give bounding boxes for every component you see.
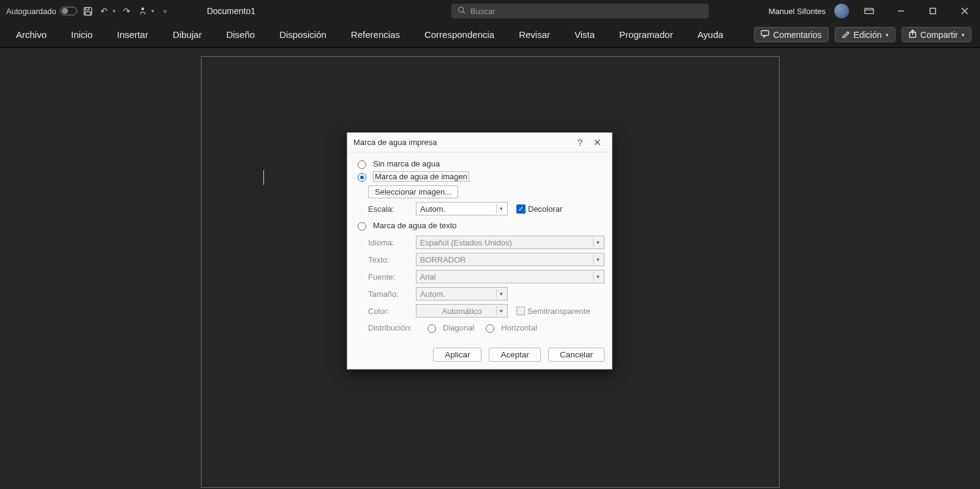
- washout-checkbox[interactable]: ✓: [516, 204, 526, 214]
- text-label: Texto:: [368, 255, 416, 264]
- ribbon-tabs: Archivo Inicio Insertar Dibujar Diseño D…: [0, 22, 980, 48]
- maximize-icon[interactable]: [921, 2, 944, 20]
- select-image-button[interactable]: Seleccionar imagen...: [368, 185, 458, 198]
- chevron-down-icon: ▾: [962, 32, 965, 38]
- editing-button[interactable]: Edición ▾: [835, 27, 895, 42]
- chevron-down-icon[interactable]: ▾: [496, 289, 506, 299]
- tab-insertar[interactable]: Insertar: [110, 26, 156, 43]
- radio-image-watermark[interactable]: Marca de agua de imagen: [355, 170, 605, 183]
- radio-diagonal-input[interactable]: [428, 324, 436, 333]
- font-label: Fuente:: [368, 272, 416, 282]
- scale-combo[interactable]: Autom. ▾: [416, 202, 508, 215]
- tab-archivo[interactable]: Archivo: [9, 26, 54, 43]
- language-value: Español (Estados Unidos): [420, 238, 512, 247]
- user-name[interactable]: Manuel Sifontes: [769, 7, 826, 16]
- font-combo[interactable]: Arial ▾: [416, 270, 605, 283]
- radio-diagonal[interactable]: Diagonal: [424, 321, 474, 334]
- touch-caret-icon[interactable]: ▾: [151, 8, 154, 14]
- svg-rect-6: [865, 9, 873, 14]
- chevron-down-icon[interactable]: ▾: [593, 237, 603, 247]
- radio-horizontal[interactable]: Horizontal: [483, 321, 537, 334]
- tab-inicio[interactable]: Inicio: [64, 26, 100, 43]
- apply-button[interactable]: Aplicar: [433, 348, 481, 362]
- tab-correspondencia[interactable]: Correspondencia: [417, 26, 502, 43]
- tab-diseno[interactable]: Diseño: [219, 26, 262, 43]
- tab-referencias[interactable]: Referencias: [344, 26, 407, 43]
- font-value: Arial: [420, 272, 436, 282]
- toggle-track[interactable]: [60, 7, 77, 15]
- tab-dibujar[interactable]: Dibujar: [165, 26, 209, 43]
- size-label: Tamaño:: [368, 289, 416, 299]
- search-box[interactable]: Buscar: [451, 4, 709, 18]
- touch-icon[interactable]: [138, 6, 148, 16]
- document-title: Documento1: [207, 6, 255, 16]
- dialog-title: Marca de agua impresa: [353, 138, 437, 147]
- save-icon[interactable]: [83, 6, 93, 16]
- radio-image-watermark-label: Marca de agua de imagen: [373, 171, 469, 182]
- chevron-down-icon[interactable]: ▾: [593, 255, 603, 264]
- radio-text-watermark-input[interactable]: [358, 222, 366, 231]
- size-combo[interactable]: Autom. ▾: [416, 287, 508, 300]
- tab-disposicion[interactable]: Disposición: [272, 26, 334, 43]
- radio-no-watermark-label: Sin marca de agua: [373, 159, 440, 168]
- tab-ayuda[interactable]: Ayuda: [690, 26, 731, 43]
- comment-icon: [761, 29, 769, 40]
- autosave-toggle[interactable]: Autoguardado: [6, 7, 77, 16]
- language-combo[interactable]: Español (Estados Unidos) ▾: [416, 236, 605, 249]
- minimize-icon[interactable]: [889, 2, 913, 20]
- chevron-down-icon[interactable]: ▾: [496, 306, 506, 316]
- radio-image-watermark-input[interactable]: [358, 173, 366, 182]
- share-icon: [908, 29, 917, 40]
- tab-programador[interactable]: Programador: [612, 26, 680, 43]
- svg-point-4: [459, 7, 464, 12]
- scale-value: Autom.: [420, 204, 445, 214]
- qat-more-icon[interactable]: ▿: [160, 6, 170, 16]
- close-icon[interactable]: ✕: [589, 137, 606, 148]
- scale-label: Escala:: [368, 204, 416, 214]
- undo-icon[interactable]: ↶: [99, 6, 109, 16]
- search-icon: [458, 6, 466, 16]
- editing-label: Edición: [854, 30, 882, 40]
- cancel-button[interactable]: Cancelar: [548, 348, 605, 362]
- radio-no-watermark-input[interactable]: [358, 160, 366, 169]
- chevron-down-icon[interactable]: ▾: [496, 204, 506, 214]
- ok-button[interactable]: Aceptar: [489, 348, 541, 362]
- comments-label: Comentarios: [773, 30, 821, 40]
- text-combo[interactable]: BORRADOR ▾: [416, 253, 605, 266]
- chevron-down-icon[interactable]: ▾: [593, 272, 603, 282]
- svg-rect-2: [85, 12, 90, 15]
- radio-text-watermark[interactable]: Marca de agua de texto: [355, 219, 605, 232]
- color-value: Automático: [442, 307, 481, 316]
- share-button[interactable]: Compartir ▾: [902, 27, 971, 42]
- color-combo[interactable]: Automático ▾: [416, 304, 508, 318]
- semitransparent-label: Semitransparente: [527, 307, 590, 316]
- tab-vista[interactable]: Vista: [567, 26, 602, 43]
- svg-point-3: [141, 7, 144, 10]
- radio-text-watermark-label: Marca de agua de texto: [373, 221, 457, 230]
- radio-horizontal-label: Horizontal: [501, 323, 537, 332]
- layout-label: Distribución:: [368, 323, 416, 332]
- text-cursor: [263, 170, 264, 185]
- ribbon-display-icon[interactable]: [858, 2, 881, 20]
- title-bar: Autoguardado ↶▾ ↷ ▾ ▿ Documento1 Buscar …: [0, 0, 980, 22]
- autosave-label: Autoguardado: [6, 7, 56, 16]
- radio-horizontal-input[interactable]: [486, 324, 494, 333]
- close-icon[interactable]: [953, 2, 976, 20]
- size-value: Autom.: [420, 289, 445, 299]
- dialog-footer: Aplicar Aceptar Cancelar: [347, 342, 612, 369]
- radio-no-watermark[interactable]: Sin marca de agua: [355, 157, 605, 170]
- avatar[interactable]: [834, 4, 849, 18]
- redo-icon[interactable]: ↷: [122, 6, 132, 16]
- undo-caret-icon[interactable]: ▾: [113, 8, 116, 14]
- language-label: Idioma:: [368, 238, 416, 247]
- svg-line-5: [463, 12, 465, 13]
- help-icon[interactable]: ?: [571, 137, 589, 147]
- tab-revisar[interactable]: Revisar: [511, 26, 557, 43]
- comments-button[interactable]: Comentarios: [754, 27, 828, 42]
- semitransparent-checkbox[interactable]: [516, 307, 525, 315]
- search-placeholder: Buscar: [470, 7, 495, 16]
- share-label: Compartir: [921, 30, 958, 40]
- dialog-titlebar[interactable]: Marca de agua impresa ? ✕: [347, 133, 612, 152]
- radio-diagonal-label: Diagonal: [443, 323, 474, 332]
- svg-rect-9: [930, 9, 936, 14]
